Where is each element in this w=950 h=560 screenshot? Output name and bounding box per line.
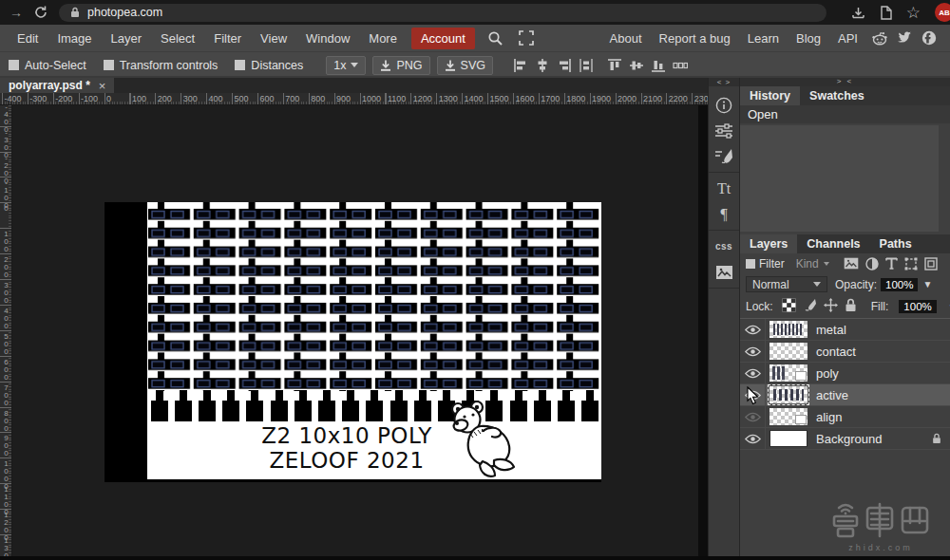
menu-layer[interactable]: Layer xyxy=(102,27,152,50)
canvas[interactable]: Z2 10x10 POLY ZELOOF 2021 xyxy=(12,105,698,560)
vertical-ruler: -400-300-200-100010020030040050060070080… xyxy=(0,105,12,560)
visibility-toggle[interactable] xyxy=(740,363,766,383)
fill-value[interactable]: 100% xyxy=(899,300,936,313)
tab-paths[interactable]: Paths xyxy=(870,234,922,253)
search-icon[interactable] xyxy=(480,30,511,47)
visibility-toggle[interactable] xyxy=(740,428,766,449)
document-tab[interactable]: polyarray.psd * × xyxy=(0,78,114,93)
align-left-icon[interactable] xyxy=(513,58,528,73)
menu-window[interactable]: Window xyxy=(296,27,359,50)
twitter-icon[interactable] xyxy=(897,31,912,45)
filter-adjustment-layers-icon[interactable] xyxy=(865,257,879,271)
layer-thumbnail[interactable] xyxy=(770,408,808,425)
transform-controls-checkbox[interactable]: Transform controls xyxy=(104,59,218,72)
align-center-h-icon[interactable] xyxy=(535,58,550,73)
menu-blog[interactable]: Blog xyxy=(788,27,829,50)
checkbox-icon[interactable] xyxy=(9,60,19,70)
menu-more[interactable]: More xyxy=(359,27,407,50)
layer-thumbnail[interactable] xyxy=(770,430,808,447)
zoom-select[interactable]: 1x xyxy=(326,56,366,75)
brush-settings-button[interactable] xyxy=(709,143,739,169)
auto-select-checkbox[interactable]: Auto-Select xyxy=(9,59,86,72)
menu-view[interactable]: View xyxy=(251,27,296,50)
menu-about[interactable]: About xyxy=(601,27,651,50)
export-svg-button[interactable]: SVG xyxy=(437,56,493,75)
layer-thumbnail[interactable] xyxy=(770,364,808,382)
filter-smart-objects-icon[interactable] xyxy=(924,257,938,271)
align-bottom-icon[interactable] xyxy=(651,58,666,73)
profile-avatar[interactable]: AB xyxy=(935,3,950,22)
layer-thumbnail[interactable] xyxy=(770,321,808,338)
facebook-icon[interactable] xyxy=(922,30,937,46)
tab-channels[interactable]: Channels xyxy=(797,234,869,253)
opacity-dropdown-icon[interactable]: ▼ xyxy=(922,279,932,289)
strip-collapse-handle[interactable]: < > xyxy=(709,78,739,86)
character-panel-button[interactable]: Tt xyxy=(709,176,739,201)
image-icon xyxy=(715,265,733,280)
forward-icon[interactable]: → xyxy=(10,6,23,19)
export-png-button[interactable]: PNG xyxy=(372,56,429,75)
visibility-toggle[interactable] xyxy=(740,384,766,405)
visibility-toggle[interactable] xyxy=(740,341,766,362)
panel-collapse-handle[interactable]: > < xyxy=(740,78,950,86)
history-entry-open[interactable]: Open xyxy=(740,105,950,123)
paragraph-panel-button[interactable]: ¶ xyxy=(709,201,739,227)
info-panel-button[interactable] xyxy=(709,92,739,118)
page-icon[interactable] xyxy=(880,6,892,20)
layer-row-metal[interactable]: metal xyxy=(740,319,950,341)
distribute-v-icon[interactable] xyxy=(673,58,688,73)
layer-thumbnail[interactable] xyxy=(770,343,808,360)
blend-mode-select[interactable]: Normal xyxy=(746,276,827,292)
tab-layers[interactable]: Layers xyxy=(740,234,797,253)
account-button[interactable]: Account xyxy=(411,28,475,49)
reload-icon[interactable] xyxy=(34,6,48,19)
align-middle-v-icon[interactable] xyxy=(629,58,644,73)
filter-text-layers-icon[interactable] xyxy=(885,257,898,270)
distances-label: Distances xyxy=(251,59,303,72)
css-panel-button[interactable]: css xyxy=(709,233,739,259)
align-right-icon[interactable] xyxy=(557,58,572,73)
lock-position-icon[interactable] xyxy=(824,298,838,315)
filter-pixel-layers-icon[interactable] xyxy=(844,257,859,270)
tab-history[interactable]: History xyxy=(740,86,800,105)
address-bar[interactable]: photopea.com xyxy=(59,4,826,22)
menu-image[interactable]: Image xyxy=(48,27,101,50)
filter-checkbox[interactable] xyxy=(746,259,755,269)
history-list[interactable] xyxy=(740,125,939,232)
reddit-icon[interactable] xyxy=(872,31,887,46)
opacity-value[interactable]: 100% xyxy=(881,278,918,291)
align-top-icon[interactable] xyxy=(607,58,622,73)
layer-row-align[interactable]: align xyxy=(740,406,950,428)
layer-thumbnail[interactable] xyxy=(770,386,808,403)
kind-select[interactable]: Kind xyxy=(796,257,829,271)
lock-all-icon[interactable] xyxy=(845,298,857,315)
distribute-h-icon[interactable] xyxy=(579,58,594,73)
visibility-toggle[interactable] xyxy=(740,319,766,340)
open-document[interactable]: Z2 10x10 POLY ZELOOF 2021 xyxy=(104,202,601,482)
layer-row-background[interactable]: Background xyxy=(740,428,950,450)
menu-report-a-bug[interactable]: Report a bug xyxy=(651,27,739,50)
menu-api[interactable]: API xyxy=(829,27,866,50)
distances-checkbox[interactable]: Distances xyxy=(235,59,303,72)
close-icon[interactable]: × xyxy=(99,79,106,93)
properties-panel-button[interactable] xyxy=(709,118,739,143)
lock-paint-icon[interactable] xyxy=(803,298,817,315)
bookmark-star-icon[interactable]: ☆ xyxy=(906,5,921,21)
checkbox-icon[interactable] xyxy=(235,60,245,70)
menu-filter[interactable]: Filter xyxy=(204,27,251,50)
filter-shape-layers-icon[interactable] xyxy=(904,257,918,271)
layer-row-active[interactable]: active xyxy=(740,384,950,406)
visibility-toggle[interactable] xyxy=(740,406,766,427)
layer-row-poly[interactable]: poly xyxy=(740,363,950,384)
image-panel-button[interactable] xyxy=(709,259,739,285)
layer-list: metal contact poly active align xyxy=(740,318,950,450)
lock-transparency-icon[interactable] xyxy=(782,298,796,315)
menu-edit[interactable]: Edit xyxy=(8,27,48,50)
download-icon[interactable] xyxy=(851,6,865,20)
layer-row-contact[interactable]: contact xyxy=(740,341,950,363)
fullscreen-icon[interactable] xyxy=(511,30,542,46)
checkbox-icon[interactable] xyxy=(104,60,114,70)
menu-learn[interactable]: Learn xyxy=(739,27,788,50)
menu-select[interactable]: Select xyxy=(151,27,204,50)
tab-swatches[interactable]: Swatches xyxy=(800,86,874,105)
